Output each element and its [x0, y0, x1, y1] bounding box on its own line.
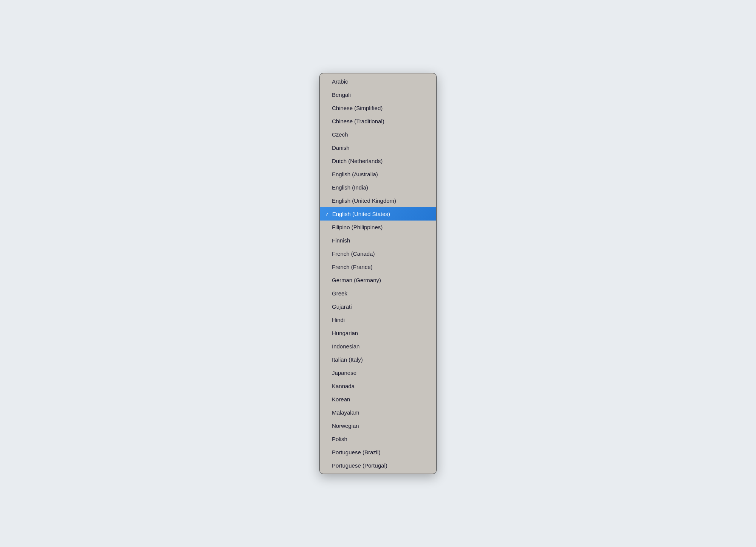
- language-option-japanese[interactable]: Japanese: [320, 366, 436, 379]
- language-label: French (France): [332, 264, 373, 270]
- language-option-english-us[interactable]: ✓ English (United States): [320, 207, 436, 221]
- language-label: Gujarati: [332, 303, 352, 310]
- language-label: Indonesian: [332, 343, 359, 350]
- language-label: Arabic: [332, 78, 348, 85]
- language-label: Czech: [332, 131, 348, 138]
- language-option-polish[interactable]: Polish: [320, 432, 436, 446]
- language-label: Bengali: [332, 92, 351, 98]
- checkmark-icon: ✓: [325, 211, 331, 217]
- language-option-finnish[interactable]: Finnish: [320, 234, 436, 247]
- language-label: Hungarian: [332, 330, 358, 336]
- language-label: French (Canada): [332, 250, 375, 257]
- language-label: German (Germany): [332, 277, 381, 283]
- language-option-portuguese-portugal[interactable]: Portuguese (Portugal): [320, 459, 436, 472]
- language-option-dutch-netherlands[interactable]: Dutch (Netherlands): [320, 154, 436, 168]
- language-option-portuguese-brazil[interactable]: Portuguese (Brazil): [320, 446, 436, 459]
- language-option-greek[interactable]: Greek: [320, 287, 436, 300]
- language-option-english-india[interactable]: English (India): [320, 181, 436, 194]
- language-label: Chinese (Simplified): [332, 105, 383, 111]
- language-option-french-canada[interactable]: French (Canada): [320, 247, 436, 260]
- language-option-german-germany[interactable]: German (Germany): [320, 274, 436, 287]
- language-label: Malayalam: [332, 409, 359, 416]
- language-label: Finnish: [332, 237, 350, 244]
- language-option-chinese-traditional[interactable]: Chinese (Traditional): [320, 115, 436, 128]
- language-label: English (United Kingdom): [332, 197, 396, 204]
- language-option-arabic[interactable]: Arabic: [320, 75, 436, 88]
- language-label: Kannada: [332, 383, 355, 389]
- language-option-bengali[interactable]: Bengali: [320, 88, 436, 101]
- language-option-hungarian[interactable]: Hungarian: [320, 326, 436, 340]
- language-option-italian-italy[interactable]: Italian (Italy): [320, 353, 436, 366]
- language-label: Chinese (Traditional): [332, 118, 384, 124]
- language-option-chinese-simplified[interactable]: Chinese (Simplified): [320, 101, 436, 115]
- language-label: Danish: [332, 145, 350, 151]
- language-label: Polish: [332, 436, 347, 442]
- language-label: English (Australia): [332, 171, 378, 177]
- language-label: Greek: [332, 290, 347, 297]
- language-label: English (United States): [332, 211, 390, 217]
- language-option-english-uk[interactable]: English (United Kingdom): [320, 194, 436, 207]
- language-dropdown[interactable]: ArabicBengaliChinese (Simplified)Chinese…: [319, 73, 437, 474]
- language-option-indonesian[interactable]: Indonesian: [320, 340, 436, 353]
- language-label: Portuguese (Portugal): [332, 462, 387, 469]
- language-option-czech[interactable]: Czech: [320, 128, 436, 141]
- language-option-danish[interactable]: Danish: [320, 141, 436, 154]
- language-option-malayalam[interactable]: Malayalam: [320, 406, 436, 419]
- language-option-hindi[interactable]: Hindi: [320, 313, 436, 326]
- language-option-filipino-philippines[interactable]: Filipino (Philippines): [320, 221, 436, 234]
- language-option-gujarati[interactable]: Gujarati: [320, 300, 436, 313]
- language-option-kannada[interactable]: Kannada: [320, 379, 436, 393]
- language-option-korean[interactable]: Korean: [320, 393, 436, 406]
- language-option-french-france[interactable]: French (France): [320, 260, 436, 274]
- language-label: Portuguese (Brazil): [332, 449, 380, 455]
- language-label: Japanese: [332, 370, 356, 376]
- language-option-english-australia[interactable]: English (Australia): [320, 168, 436, 181]
- language-option-norwegian[interactable]: Norwegian: [320, 419, 436, 432]
- language-label: Italian (Italy): [332, 356, 363, 363]
- language-label: Hindi: [332, 317, 345, 323]
- language-label: Dutch (Netherlands): [332, 158, 383, 164]
- language-label: Norwegian: [332, 423, 359, 429]
- language-label: Filipino (Philippines): [332, 224, 383, 230]
- language-label: English (India): [332, 184, 368, 191]
- language-label: Korean: [332, 396, 350, 402]
